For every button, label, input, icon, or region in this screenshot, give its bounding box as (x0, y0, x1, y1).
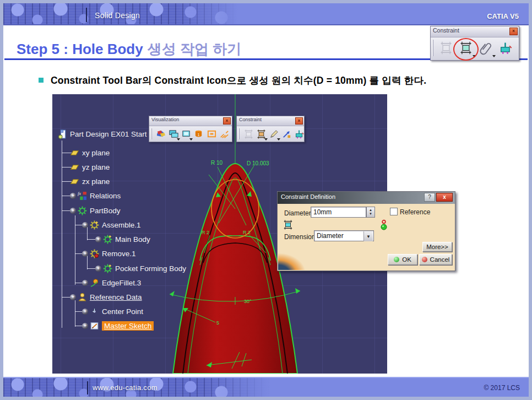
sparkle-orange-icon[interactable] (219, 128, 230, 140)
expand-handle-icon[interactable]: + (82, 251, 88, 257)
tree-trunk-line (62, 140, 62, 328)
inner-constraint-toolbar-title: Constraint (237, 116, 304, 126)
tree-item-reference-data[interactable]: +Reference Data (70, 291, 142, 302)
center-point-icon (90, 307, 99, 316)
shading-icon[interactable] (156, 128, 166, 140)
constraint-dim-warm-icon[interactable] (256, 128, 267, 140)
dropdown-caret-icon[interactable] (189, 138, 193, 140)
help-icon[interactable]: ? (424, 193, 435, 202)
diameter-input[interactable]: 10mm (311, 207, 366, 218)
tree-item-label[interactable]: EdgeFillet.3 (102, 279, 141, 287)
constraint-dim-gray-icon[interactable] (437, 39, 455, 57)
tree-item-label[interactable]: Main Body (115, 235, 150, 244)
tree-item-partbody[interactable]: +PartBody (70, 205, 121, 216)
tree-item-label[interactable]: Remove.1 (102, 250, 136, 258)
spin-up-icon[interactable]: ▲ (369, 208, 372, 212)
dialog-corner-decoration (278, 246, 312, 270)
close-icon[interactable]: x (223, 117, 231, 125)
dropdown-caret-icon[interactable] (264, 138, 268, 140)
spin-down-icon[interactable]: ▼ (369, 212, 372, 216)
tree-item-remove-1[interactable]: +Remove.1 (82, 248, 136, 259)
tree-item-label[interactable]: zx plane (82, 177, 110, 186)
tree-item-part-design-ex01-start[interactable]: Part Design EX01 Start (58, 128, 147, 139)
expand-handle-icon[interactable]: + (70, 208, 76, 214)
svg-text:1: 1 (198, 133, 200, 137)
tree-item-assemble-1[interactable]: +Assemble.1 (82, 219, 141, 230)
dropdown-caret-icon[interactable] (177, 138, 180, 140)
chevron-down-icon[interactable]: ▼ (363, 231, 373, 241)
tree-item-label[interactable]: Reference Data (90, 293, 142, 301)
tree-item-label[interactable]: Pocket Forming Body (115, 264, 186, 273)
reference-checkbox[interactable] (390, 208, 398, 215)
remove-icon (90, 249, 99, 258)
ok-button[interactable]: OK (388, 254, 417, 265)
frame-orange-icon[interactable] (207, 128, 217, 140)
tree-item-yz-plane[interactable]: yz plane (70, 161, 110, 172)
ok-green-icon (394, 257, 399, 262)
tree-item-label[interactable]: Part Design EX01 Start (70, 130, 147, 138)
more-button[interactable]: More>> (422, 242, 452, 252)
diameter-constraint-icon (283, 219, 294, 230)
tree-item-zx-plane[interactable]: zx plane (70, 176, 110, 187)
diag-arrow-icon[interactable] (281, 128, 292, 140)
close-icon[interactable]: x (295, 117, 303, 125)
tree-item-main-body[interactable]: +Main Body (95, 234, 150, 245)
lesson-title: Solid Design (95, 11, 140, 20)
expand-handle-icon[interactable]: + (82, 280, 88, 286)
tree-item-xy-plane[interactable]: xy plane (70, 147, 110, 158)
tree-item-label[interactable]: xy plane (82, 149, 110, 157)
cancel-button[interactable]: Cancel (419, 254, 452, 265)
ok-button-label: OK (402, 256, 411, 263)
dropdown-caret-icon[interactable] (492, 55, 496, 57)
cancel-red-icon (422, 257, 427, 262)
constraint-dim-gray-icon[interactable] (243, 128, 254, 140)
tree-item-pocket-forming-body[interactable]: +Pocket Forming Body (95, 263, 186, 274)
expand-handle-icon[interactable]: + (82, 323, 88, 329)
toolbar-grip[interactable] (151, 128, 153, 139)
tree-item-master-sketch[interactable]: +Master Sketch (82, 320, 154, 331)
tree-item-label[interactable]: Relations (90, 192, 121, 200)
tree-item-relations[interactable]: +fxRelations (70, 190, 121, 201)
tree-branch-line (75, 300, 75, 327)
svg-text:fx: fx (78, 191, 81, 196)
expand-handle-icon[interactable]: + (95, 266, 101, 272)
tree-item-label[interactable]: Center Point (102, 307, 143, 316)
tree-item-label[interactable]: PartBody (90, 207, 121, 215)
tree-item-label[interactable]: Master Sketch (102, 321, 154, 331)
tree-item-label[interactable]: yz plane (82, 163, 110, 171)
dialog-titlebar[interactable]: Constraint Definition ? x (278, 192, 455, 204)
fix-together-icon[interactable] (497, 39, 514, 57)
tree-item-center-point[interactable]: +Center Point (82, 306, 143, 317)
diameter-label: Diameter (284, 209, 311, 217)
pencil-icon[interactable] (269, 128, 279, 140)
visualization-toolbar-window: Visualization x 1 (149, 116, 232, 142)
screen-double-icon[interactable] (169, 128, 179, 140)
dimension-dropdown[interactable]: Diameter ▼ (314, 230, 374, 241)
edge-fillet-icon (90, 278, 99, 288)
footer-site-link[interactable]: www.edu-catia.com (93, 383, 158, 392)
expand-handle-icon[interactable]: + (82, 309, 88, 315)
diameter-spinner[interactable]: ▲ ▼ (366, 207, 375, 218)
screen-single-icon[interactable] (181, 128, 192, 140)
relations-icon: fx (78, 191, 87, 201)
bullet-row: Constraint Tool Bar의 Constraint Icon으로 생… (39, 74, 426, 87)
contact-clip-icon[interactable] (477, 39, 495, 57)
expand-handle-icon[interactable]: + (70, 294, 76, 300)
toolbar-grip[interactable] (238, 128, 241, 139)
close-icon[interactable]: x (509, 28, 518, 35)
fix-together-icon[interactable] (294, 128, 305, 140)
toolbar-grip[interactable] (432, 40, 435, 56)
tree-item-label[interactable]: Assemble.1 (102, 221, 141, 229)
page-title: Step 5 : Hole Body생성 작업 하기 (17, 40, 241, 59)
dropdown-caret-icon[interactable] (473, 55, 476, 57)
constraint-dim-icon[interactable] (457, 39, 475, 57)
dropdown-caret-icon[interactable] (277, 138, 280, 140)
tree-item-edgefillet-3[interactable]: +EdgeFillet.3 (82, 277, 141, 288)
expand-handle-icon[interactable]: + (70, 193, 76, 199)
close-icon[interactable]: x (436, 193, 453, 202)
expand-handle-icon[interactable]: + (95, 236, 101, 242)
visualization-toolbar-icons: 1 (149, 126, 232, 142)
dialog-title: Constraint Definition (281, 193, 335, 200)
depth-orange-icon[interactable]: 1 (194, 128, 204, 140)
expand-handle-icon[interactable]: + (82, 222, 88, 228)
